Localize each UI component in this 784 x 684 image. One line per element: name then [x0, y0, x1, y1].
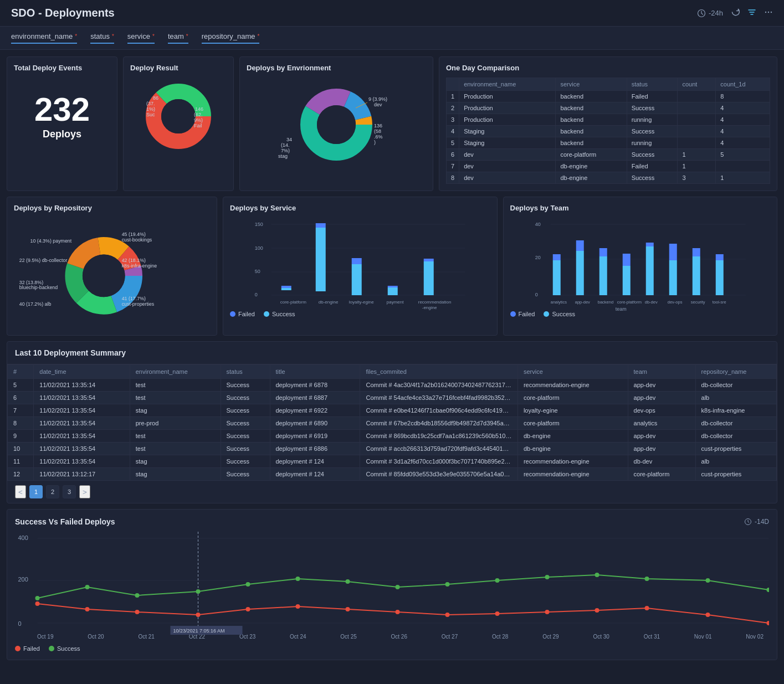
row-service: backend [556, 102, 627, 114]
svg-text:): ) [374, 140, 376, 145]
row-service: backend [556, 137, 627, 149]
row-status: Success [221, 417, 270, 430]
last-10-title: Last 10 Deployment Summary [7, 342, 777, 364]
row-team: db-dev [628, 455, 695, 468]
row-team: core-platform [628, 468, 695, 481]
row-commit[interactable]: Commit # 4ac30/4f17a2b016240073402487762… [360, 379, 517, 392]
svg-rect-77 [599, 248, 607, 256]
row-commit[interactable]: Commit # 869bcdb19c25cdf7aa1c861239c560b… [360, 430, 517, 443]
svg-point-109 [246, 607, 250, 611]
svg-point-130 [545, 575, 550, 579]
svg-text:app-dev: app-dev [575, 300, 590, 305]
row-status: Success [627, 172, 678, 184]
row-num: 7 [447, 161, 459, 172]
row-commit[interactable]: Commit # e0be41246f71cbae0f906c4edd9c6fc… [360, 404, 517, 417]
row-num: 6 [447, 149, 459, 161]
row-env: Staging [459, 137, 556, 149]
line-success-legend: Success [49, 645, 80, 652]
page-2-button[interactable]: 2 [46, 485, 59, 498]
svg-point-114 [495, 611, 500, 616]
page-3-button[interactable]: 3 [63, 485, 76, 498]
filter-team[interactable]: team * [168, 32, 188, 44]
row-commit[interactable]: Commit # accb266313d759ad720fdf9afd3c445… [360, 443, 517, 455]
line-failed-dot [15, 646, 21, 651]
row-num: 10 [8, 443, 34, 455]
clock-icon [697, 9, 706, 18]
row-env: Production [459, 91, 556, 102]
row-commit[interactable]: Commit # 85fdd093e553d3e3e9e0355706e5a14… [360, 468, 517, 481]
row-count1d: 4 [716, 102, 770, 114]
table-row: 6 dev core-platform Success 1 5 [447, 149, 770, 161]
svg-text:200: 200 [18, 576, 28, 583]
row-title: deployment # 6886 [270, 443, 360, 455]
one-day-table: environment_name service status count co… [446, 78, 770, 184]
more-icon[interactable] [764, 8, 773, 19]
row-commit[interactable]: Commit # 67be2cdb4db18556df9b49872d7d394… [360, 417, 517, 430]
svg-text:32 (13.8%): 32 (13.8%) [19, 280, 43, 285]
prev-page-button[interactable]: < [15, 485, 26, 498]
svg-rect-92 [715, 254, 723, 260]
svg-point-129 [495, 578, 500, 583]
row-repo: db-collector [695, 417, 776, 430]
filter-icon[interactable] [747, 8, 756, 19]
row-service: core-platform [556, 149, 627, 161]
svg-text:86: 86 [153, 95, 158, 101]
row-num: 8 [447, 172, 459, 184]
col-count: count [678, 78, 716, 91]
deploys-by-repo-donut: 45 (19.4%) cust-bookings 42 (18.1%) k8s-… [14, 218, 210, 328]
filter-repository[interactable]: repository_name * [202, 32, 260, 44]
time-range-badge[interactable]: -14D [744, 518, 769, 526]
deploy-count-display: 232 Deploys [14, 78, 110, 155]
deploy-result-panel: Deploy Result 86 (37. 1%) Suc 146 (62. 9… [123, 56, 234, 191]
table-row: 9 11/02/2021 13:35:54 test Success deplo… [8, 430, 777, 443]
svg-point-124 [246, 582, 250, 587]
svg-point-6 [161, 99, 196, 133]
row-commit[interactable]: Commit # 54acfe4ce33a27e716fcebf4fad9982… [360, 392, 517, 404]
table-row: 8 dev db-engine Success 3 1 [447, 172, 770, 184]
svg-text:(37.: (37. [146, 101, 155, 106]
row-status: Success [627, 102, 678, 114]
svg-point-110 [296, 604, 300, 609]
filter-status[interactable]: status * [90, 32, 114, 44]
col-num [447, 78, 459, 91]
svg-text:cust-properties: cust-properties [122, 301, 155, 307]
row-team: analytics [628, 417, 695, 430]
row-service: backend [556, 126, 627, 137]
row-status: Success [221, 455, 270, 468]
svg-point-120 [35, 596, 40, 600]
row-count: 1 [678, 161, 716, 172]
row-env: test [130, 430, 221, 443]
refresh-icon[interactable] [731, 8, 740, 19]
row-num: 4 [447, 126, 459, 137]
col-count1d: count_1d [716, 78, 770, 91]
svg-point-105 [35, 601, 40, 606]
row-date: 11/02/2021 13:35:54 [34, 404, 130, 417]
svg-point-123 [196, 589, 201, 594]
row-title: deployment # 124 [270, 455, 360, 468]
svg-text:bluechip-backend: bluechip-backend [19, 285, 58, 291]
time-range-display[interactable]: -24h [697, 9, 723, 18]
next-page-button[interactable]: > [79, 485, 90, 498]
col-env: environment_name [459, 78, 556, 91]
table-row: 1 Production backend Failed 8 [447, 91, 770, 102]
filter-environment[interactable]: environment_name * [11, 32, 77, 44]
svg-rect-82 [645, 246, 653, 295]
filter-service[interactable]: service * [127, 32, 155, 44]
svg-text:stag: stag [278, 153, 288, 159]
row-service: core-platform [517, 417, 628, 430]
row-count1d: 8 [716, 91, 770, 102]
table-row: 12 11/02/2021 13:12:17 stag Success depl… [8, 468, 777, 481]
deployment-table: # date_time environment_name status titl… [7, 364, 777, 481]
svg-rect-85 [669, 260, 677, 295]
row-title: deployment # 6887 [270, 392, 360, 404]
row-status: Success [221, 443, 270, 455]
page-1-button[interactable]: 1 [29, 485, 43, 498]
svg-rect-71 [552, 254, 560, 260]
team-legend-failed-dot [510, 311, 516, 317]
deploy-result-title: Deploy Result [130, 64, 227, 72]
row-commit[interactable]: Commit # 3d1a2f6d70cc1d000f3bc7071740b89… [360, 455, 517, 468]
table-row: 7 11/02/2021 13:35:54 stag Success deplo… [8, 404, 777, 417]
bar-core-failed [281, 286, 291, 288]
row-date: 11/02/2021 13:35:54 [34, 430, 130, 443]
row-repo: db-collector [695, 379, 776, 392]
